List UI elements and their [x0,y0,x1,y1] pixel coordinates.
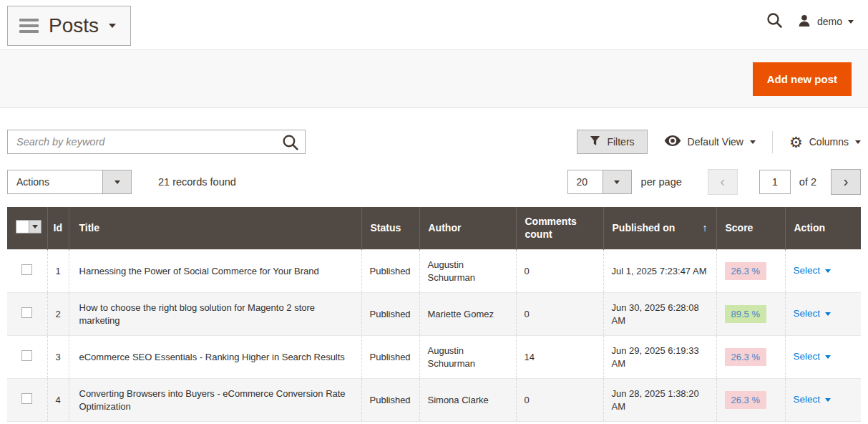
select-all-header [7,207,47,250]
row-select-action[interactable]: Select [794,307,832,320]
score-badge: 26.3 % [725,348,766,367]
user-name: demo [817,16,842,27]
cell-action: Select [785,293,861,336]
cell-id: 2 [47,293,69,336]
score-badge: 26.3 % [725,262,766,281]
cell-id: 4 [47,379,69,422]
grid-toolbar: Filters Default View ⚙ Columns [7,130,861,154]
cell-author: Augustin Schuurman [419,250,516,293]
chevron-down-icon [109,24,116,28]
column-header-action[interactable]: Action [785,207,861,250]
cell-action: Select [785,336,861,379]
checkbox-dropdown-caret[interactable] [29,221,41,233]
column-header-status[interactable]: Status [361,207,419,250]
chevron-right-icon: › [844,173,849,188]
posts-admin-page: Posts demo Ad [0,0,868,424]
cell-published-on: Jun 28, 2025 1:38:20 AM [603,379,716,422]
chevron-down-icon [825,398,831,402]
global-search-icon[interactable] [766,11,783,32]
current-page-input[interactable] [759,170,791,194]
row-select-action[interactable]: Select [794,350,832,363]
cell-comments-count: 0 [516,379,603,422]
chevron-down-icon [825,269,831,273]
table-row: 4Converting Browsers into Buyers - eComm… [7,379,861,422]
table-row: 2How to choose the right blog solution f… [7,293,861,336]
pagination-controls: 20 per page ‹ of 2 › [567,169,861,195]
cell-status: Published [361,336,419,379]
cell-published-on: Jun 29, 2025 6:19:33 AM [603,336,716,379]
eye-icon [664,135,681,148]
actions-select[interactable]: Actions [7,170,132,194]
row-checkbox[interactable] [21,393,32,404]
chevron-down-icon [750,140,756,144]
hamburger-icon [19,19,39,33]
row-checkbox-cell [7,336,47,379]
chevron-down-icon [32,225,38,228]
cell-title: Harnessing the Power of Social Commerce … [69,250,361,293]
column-header-score[interactable]: Score [716,207,785,250]
page-title: Posts [49,14,99,37]
sort-ascending-icon: ↑ [703,222,708,235]
default-view-dropdown[interactable]: Default View [664,135,756,148]
grid-controls-row: Actions 21 records found 20 per page ‹ o… [7,169,861,195]
actions-select-value: Actions [8,170,102,193]
cell-action: Select [785,250,861,293]
filters-button[interactable]: Filters [577,130,647,154]
row-checkbox-cell [7,293,47,336]
row-checkbox-cell [7,379,47,422]
column-header-comments-count[interactable]: Comments count [516,207,603,250]
page-size-caret[interactable] [603,170,631,193]
per-page-label: per page [641,176,682,188]
table-row: 1Harnessing the Power of Social Commerce… [7,250,861,293]
cell-title: eCommerce SEO Essentials - Ranking Highe… [69,336,361,379]
cell-comments-count: 14 [516,336,603,379]
chevron-down-icon [825,355,831,359]
page-header-band: Add new post [0,50,868,108]
actions-select-caret[interactable] [102,170,131,193]
score-badge: 89.5 % [725,305,766,324]
columns-label: Columns [809,136,849,148]
column-header-title[interactable]: Title [69,207,361,250]
cell-author: Simona Clarke [419,379,516,422]
row-checkbox[interactable] [21,350,32,361]
column-header-id[interactable]: Id [47,207,69,250]
checkbox [16,221,29,233]
top-bar: Posts demo [0,0,868,50]
user-icon [797,14,811,30]
page-menu-button[interactable]: Posts [7,6,131,46]
row-select-action[interactable]: Select [794,393,832,406]
posts-grid: Id Title Status Author Comments count Pu… [7,207,861,422]
divider [772,131,773,153]
top-right-controls: demo [766,11,854,32]
row-select-action[interactable]: Select [794,264,832,277]
next-page-button[interactable]: › [831,169,861,195]
previous-page-button[interactable]: ‹ [708,169,738,195]
column-header-author[interactable]: Author [419,207,516,250]
cell-id: 1 [47,250,69,293]
funnel-icon [590,135,600,148]
cell-score: 89.5 % [716,293,785,336]
chevron-down-icon [855,140,861,144]
cell-comments-count: 0 [516,293,603,336]
columns-dropdown[interactable]: ⚙ Columns [789,135,861,150]
select-all-checkbox[interactable] [16,220,42,233]
view-controls: Filters Default View ⚙ Columns [577,130,861,154]
cell-title: Converting Browsers into Buyers - eComme… [69,379,361,422]
search-input[interactable] [8,130,305,153]
user-menu[interactable]: demo [797,14,854,30]
add-new-post-button[interactable]: Add new post [753,62,852,96]
grid-header-row: Id Title Status Author Comments count Pu… [7,207,861,250]
total-pages-label: of 2 [799,176,816,188]
cell-comments-count: 0 [516,250,603,293]
row-checkbox-cell [7,250,47,293]
page-size-select[interactable]: 20 [567,170,632,194]
search-submit-icon[interactable] [281,133,299,153]
chevron-down-icon [614,180,620,184]
column-header-published-on[interactable]: Published on ↑ [603,207,716,250]
row-checkbox[interactable] [21,264,32,275]
cell-id: 3 [47,336,69,379]
left-controls: Actions 21 records found [7,170,236,194]
cell-published-on: Jun 30, 2025 6:28:08 AM [603,293,716,336]
cell-status: Published [361,250,419,293]
row-checkbox[interactable] [21,307,32,318]
